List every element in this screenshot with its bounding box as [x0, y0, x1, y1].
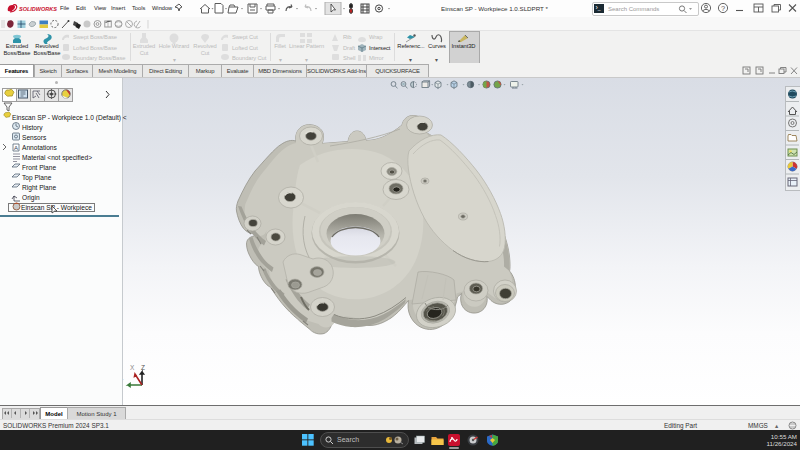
svg-text:SOLIDWORKS: SOLIDWORKS: [19, 6, 57, 12]
svg-text:?: ?: [721, 4, 725, 13]
